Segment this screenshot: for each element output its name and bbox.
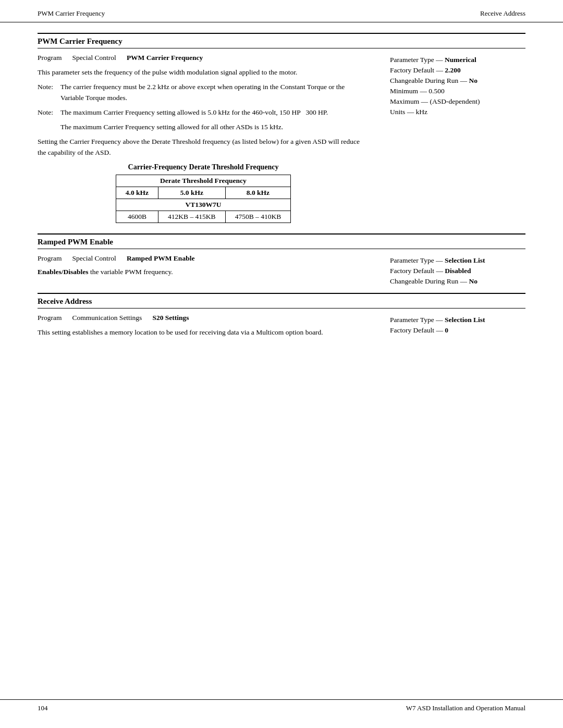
ramped-title: Ramped PWM Enable	[38, 238, 113, 246]
ramped-bc-param: Ramped PWM Enable	[127, 254, 195, 263]
note-label-2: Note:	[38, 107, 56, 118]
note-label-1: Note:	[38, 82, 56, 103]
pwm-note-3: The maximum Carrier Frequency setting al…	[38, 122, 369, 132]
derate-data-3: 4750B – 410KB	[225, 211, 291, 223]
pwm-maximum: Maximum — (ASD-dependent)	[390, 97, 525, 106]
derate-title: Carrier-Frequency Derate Threshold Frequ…	[38, 163, 369, 171]
ramped-section: Ramped PWM Enable Program Special Contro…	[38, 233, 525, 288]
receive-bc-comm: Communication Settings	[72, 314, 142, 322]
pwm-section-header: PWM Carrier Frequency	[38, 33, 525, 48]
ramped-right: Parameter Type — Selection List Factory …	[390, 254, 525, 288]
receive-section-header: Receive Address	[38, 293, 525, 309]
ramped-left: Program Special Control Ramped PWM Enabl…	[38, 254, 380, 288]
pwm-minimum: Minimum — 0.500	[390, 87, 525, 95]
note-text-2: The maximum Carrier Frequency setting al…	[60, 107, 328, 118]
derate-col-3: 8.0 kHz	[225, 187, 291, 199]
ramped-param-type: Parameter Type — Selection List	[390, 256, 525, 265]
derate-col-1: 4.0 kHz	[116, 187, 158, 199]
ramped-factory-default: Factory Default — Disabled	[390, 267, 525, 275]
pwm-bc-special: Special Control	[72, 54, 116, 62]
ramped-enables-bold: Enables/Disables	[38, 268, 89, 276]
receive-bc-param: S20 Settings	[152, 314, 189, 322]
pwm-title: PWM Carrier Frequency	[38, 37, 123, 45]
page-header: PWM Carrier Frequency Receive Address	[0, 0, 563, 22]
receive-right: Parameter Type — Selection List Factory …	[390, 314, 525, 342]
pwm-bc-param: PWM Carrier Frequency	[127, 54, 203, 62]
pwm-description: This parameter sets the frequency of the…	[38, 67, 369, 78]
pwm-left: Program Special Control PWM Carrier Freq…	[38, 54, 380, 228]
ramped-enables-rest: the variable PWM frequency.	[89, 268, 173, 276]
pwm-note-2: Note: The maximum Carrier Frequency sett…	[38, 107, 369, 118]
pwm-units: Units — kHz	[390, 108, 525, 116]
pwm-note-1: Note: The carrier frequency must be 2.2 …	[38, 82, 369, 103]
ramped-bc-special: Special Control	[72, 254, 116, 263]
page-footer: 104 W7 ASD Installation and Operation Ma…	[0, 699, 563, 712]
derate-model: VT130W7U	[116, 199, 290, 211]
receive-breadcrumb: Program Communication Settings S20 Setti…	[38, 314, 369, 322]
ramped-changeable: Changeable During Run — No	[390, 277, 525, 286]
pwm-right: Parameter Type — Numerical Factory Defau…	[390, 54, 525, 228]
ramped-bc-program: Program	[38, 254, 62, 263]
ramped-enables: Enables/Disables the variable PWM freque…	[38, 268, 369, 276]
ramped-section-body: Program Special Control Ramped PWM Enabl…	[38, 254, 525, 288]
derate-col-2: 5.0 kHz	[158, 187, 226, 199]
receive-bc-program: Program	[38, 314, 62, 322]
note-text-1: The carrier frequency must be 2.2 kHz or…	[60, 82, 369, 103]
pwm-bc-program: Program	[38, 54, 62, 62]
derate-data-1: 4600B	[116, 211, 158, 223]
pwm-factory-default: Factory Default — 2.200	[390, 66, 525, 75]
footer-manual-title: W7 ASD Installation and Operation Manual	[406, 704, 525, 712]
receive-section: Receive Address Program Communication Se…	[38, 293, 525, 342]
receive-title: Receive Address	[38, 297, 92, 305]
pwm-changeable: Changeable During Run — No	[390, 77, 525, 85]
ramped-breadcrumb: Program Special Control Ramped PWM Enabl…	[38, 254, 369, 263]
pwm-setting-text: Setting the Carrier Frequency above the …	[38, 137, 369, 158]
receive-section-body: Program Communication Settings S20 Setti…	[38, 314, 525, 342]
footer-page-number: 104	[38, 704, 48, 712]
pwm-section-body: Program Special Control PWM Carrier Freq…	[38, 54, 525, 228]
header-left: PWM Carrier Frequency	[38, 9, 105, 18]
receive-param-type: Parameter Type — Selection List	[390, 316, 525, 324]
header-right: Receive Address	[480, 9, 525, 18]
derate-section: Carrier-Frequency Derate Threshold Frequ…	[38, 163, 369, 223]
derate-data-2: 412KB – 415KB	[158, 211, 226, 223]
pwm-section: PWM Carrier Frequency Program Special Co…	[38, 33, 525, 228]
derate-table: Derate Threshold Frequency 4.0 kHz 5.0 k…	[116, 175, 291, 223]
derate-table-header: Derate Threshold Frequency	[116, 175, 290, 187]
receive-description: This setting establishes a memory locati…	[38, 327, 369, 338]
note-text-3: The maximum Carrier Frequency setting al…	[60, 122, 283, 132]
ramped-section-header: Ramped PWM Enable	[38, 233, 525, 249]
receive-left: Program Communication Settings S20 Setti…	[38, 314, 380, 342]
pwm-breadcrumb: Program Special Control PWM Carrier Freq…	[38, 54, 369, 62]
derate-data-row: 4600B 412KB – 415KB 4750B – 410KB	[116, 211, 290, 223]
receive-factory-default: Factory Default — 0	[390, 326, 525, 335]
pwm-param-type: Parameter Type — Numerical	[390, 56, 525, 64]
note-label-3	[38, 122, 56, 132]
